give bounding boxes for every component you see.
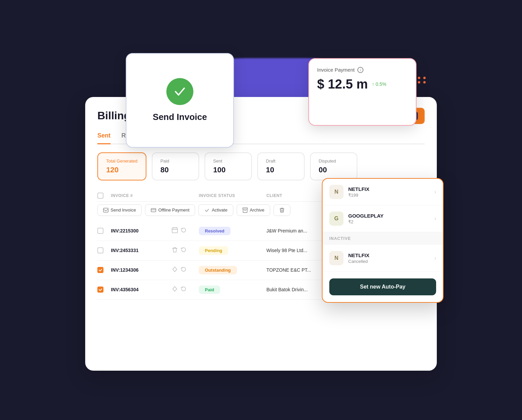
stat-value: 10: [266, 166, 296, 174]
set-autopay-button[interactable]: Set new Auto-Pay: [329, 278, 436, 295]
select-all-checkbox[interactable]: [97, 193, 103, 199]
invoice-payment-header: Invoice Payment i: [317, 67, 408, 73]
stat-value: 120: [106, 166, 138, 174]
netlfix-inactive-avatar: N: [329, 251, 343, 265]
invoice-payment-card: Invoice Payment i $ 12.5 m ↑ 0.5%: [308, 58, 417, 126]
stat-label: Total Generated: [106, 158, 138, 164]
stat-label: Sent: [213, 158, 243, 164]
refresh-icon[interactable]: [181, 266, 187, 274]
autopay-footer: Set new Auto-Pay: [323, 272, 443, 302]
refresh-icon[interactable]: [181, 227, 187, 234]
refresh-icon[interactable]: [181, 247, 187, 254]
status-badge: Outstanding: [199, 266, 237, 274]
chevron-right-icon: ›: [434, 189, 436, 195]
stat-draft[interactable]: Draft 10: [257, 152, 305, 180]
stat-value: 00: [319, 166, 349, 174]
svg-rect-0: [103, 208, 108, 212]
stat-value: 100: [213, 166, 243, 174]
success-icon: [166, 78, 193, 105]
trash-icon[interactable]: [172, 247, 178, 254]
autopay-price: ₹199: [348, 193, 370, 198]
netlfix-avatar: N: [329, 185, 343, 199]
checkmark-icon: [172, 84, 187, 99]
row-checkbox[interactable]: [97, 267, 103, 273]
stat-sent[interactable]: Sent 100: [205, 152, 252, 180]
trash-icon: [279, 207, 285, 213]
invoice-number: INV:4356304: [111, 287, 172, 292]
autopay-name: GOOGLEPLAY: [348, 213, 383, 219]
activate-button[interactable]: Activate: [198, 204, 233, 216]
refresh-icon[interactable]: [181, 286, 187, 293]
tab-sent[interactable]: Sent: [97, 132, 111, 144]
autopay-price: ₹2: [348, 219, 383, 224]
archive-icon: [242, 207, 248, 213]
autopay-item-inactive-netlfix[interactable]: N NETLFIX Cancelled ›: [323, 245, 443, 272]
stat-label: Disputed: [319, 158, 349, 164]
dot: [423, 81, 426, 83]
autopay-card: N NETLFIX ₹199 › G GOOGLEPLAY ₹2 › INACT…: [322, 178, 444, 303]
stats-row: Total Generated 120 Paid 80 Sent 100 Dra…: [97, 152, 425, 180]
send-invoice-title: Send Invoice: [153, 112, 207, 122]
send-invoice-card: Send Invoice: [126, 53, 234, 148]
invoice-number: INV:2453331: [111, 248, 172, 253]
invoice-payment-label: Invoice Payment: [317, 67, 355, 73]
autopay-name: NETLFIX: [348, 186, 370, 192]
chevron-right-icon: ›: [434, 216, 436, 222]
stat-paid[interactable]: Paid 80: [152, 152, 199, 180]
header-invoice-num: INVOICE #: [111, 193, 172, 198]
amount-change: ↑ 0.5%: [372, 81, 386, 87]
invoice-number: INV:2215300: [111, 228, 172, 233]
dot: [423, 77, 426, 79]
offline-payment-button[interactable]: Offline Payment: [145, 204, 195, 216]
status-badge: Resolved: [199, 227, 231, 235]
send-invoice-button[interactable]: Send Invoice: [97, 204, 142, 216]
svg-rect-1: [151, 208, 156, 212]
stat-label: Paid: [161, 158, 190, 164]
inactive-section-label: INACTIVE: [323, 232, 443, 245]
autopay-price: Cancelled: [348, 259, 370, 264]
calendar-icon[interactable]: [172, 227, 178, 234]
chevron-right-icon: ›: [434, 255, 436, 261]
payment-icon: [151, 207, 156, 213]
archive-button[interactable]: Archive: [237, 204, 270, 216]
stat-disputed[interactable]: Disputed 00: [310, 152, 357, 180]
stat-label: Draft: [266, 158, 296, 164]
stat-value: 80: [161, 166, 190, 174]
delete-button[interactable]: [274, 204, 290, 216]
check-icon: [204, 207, 210, 213]
invoice-amount: $ 12.5 m ↑ 0.5%: [317, 77, 408, 92]
send-icon: [103, 207, 109, 213]
dot: [418, 77, 420, 79]
info-icon: i: [357, 67, 363, 73]
status-badge: Pending: [199, 246, 228, 255]
diamond-outline-icon[interactable]: [172, 286, 178, 293]
row-checkbox[interactable]: [97, 228, 103, 234]
googleplay-avatar: G: [329, 212, 343, 226]
autopay-item-googleplay[interactable]: G GOOGLEPLAY ₹2 ›: [323, 205, 443, 232]
status-badge: Paid: [199, 286, 220, 294]
svg-rect-3: [172, 228, 177, 233]
invoice-number: INV:1234306: [111, 267, 172, 273]
autopay-name: NETLFIX: [348, 252, 370, 258]
stat-total-generated[interactable]: Total Generated 120: [97, 152, 146, 180]
autopay-item-netlfix[interactable]: N NETLFIX ₹199 ›: [323, 179, 443, 205]
dot: [418, 81, 420, 83]
svg-rect-2: [243, 208, 247, 209]
diamond-icon[interactable]: [172, 266, 178, 274]
row-checkbox[interactable]: [97, 287, 103, 293]
header-invoice-status: INVOICE STATUS: [199, 193, 266, 198]
row-checkbox[interactable]: [97, 247, 103, 253]
